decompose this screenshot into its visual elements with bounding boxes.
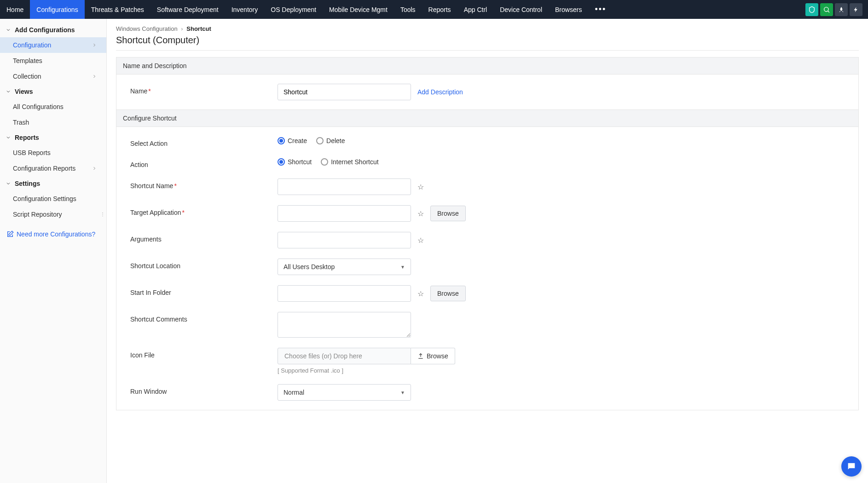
breadcrumb: Windows Configuration › Shortcut bbox=[116, 25, 859, 32]
edit-icon bbox=[6, 230, 14, 238]
sidebar: Add ConfigurationsConfigurationTemplates… bbox=[0, 19, 107, 483]
sidebar-item-script-repository[interactable]: Script Repository bbox=[0, 207, 106, 222]
name-label: Name* bbox=[130, 84, 278, 95]
breadcrumb-current: Shortcut bbox=[186, 25, 211, 32]
browse-startin-button[interactable]: Browse bbox=[430, 286, 466, 301]
sidebar-section-reports[interactable]: Reports bbox=[0, 130, 106, 145]
need-more-label: Need more Configurations? bbox=[17, 230, 95, 238]
nav-home[interactable]: Home bbox=[0, 0, 30, 19]
sidebar-item-usb-reports[interactable]: USB Reports bbox=[0, 145, 106, 161]
main-content: Windows Configuration › Shortcut Shortcu… bbox=[107, 19, 868, 483]
nav-reports[interactable]: Reports bbox=[422, 0, 457, 19]
shortcut-name-label: Shortcut Name* bbox=[130, 178, 278, 190]
rocket-icon[interactable] bbox=[835, 3, 848, 16]
chevron-right-icon: › bbox=[181, 25, 183, 32]
sidebar-item-trash[interactable]: Trash bbox=[0, 115, 106, 130]
comments-textarea[interactable] bbox=[278, 312, 411, 338]
caret-down-icon: ▼ bbox=[400, 390, 405, 395]
panel-header: Configure Shortcut bbox=[116, 110, 858, 127]
chevron-right-icon bbox=[92, 166, 97, 171]
upload-icon bbox=[417, 353, 424, 359]
caret-down-icon: ▼ bbox=[400, 264, 405, 270]
shortcut-location-label: Shortcut Location bbox=[130, 259, 278, 270]
chat-icon bbox=[846, 461, 856, 472]
select-action-label: Select Action bbox=[130, 136, 278, 147]
chevron-down-icon bbox=[6, 135, 11, 140]
radio-internet-shortcut[interactable]: Internet Shortcut bbox=[321, 158, 379, 166]
chevron-down-icon bbox=[6, 27, 11, 33]
nav-threats-patches[interactable]: Threats & Patches bbox=[85, 0, 150, 19]
nav-software-deployment[interactable]: Software Deployment bbox=[150, 0, 225, 19]
radio-icon bbox=[278, 137, 285, 144]
page-title: Shortcut (Computer) bbox=[116, 35, 859, 51]
action-label: Action bbox=[130, 157, 278, 168]
chevron-down-icon bbox=[6, 89, 11, 94]
sidebar-item-collection[interactable]: Collection bbox=[0, 69, 106, 84]
star-icon[interactable]: ☆ bbox=[417, 209, 424, 218]
target-app-label: Target Application* bbox=[130, 205, 278, 216]
nav-configurations[interactable]: Configurations bbox=[30, 0, 84, 19]
comments-label: Shortcut Comments bbox=[130, 312, 278, 323]
start-in-label: Start In Folder bbox=[130, 285, 278, 296]
radio-shortcut[interactable]: Shortcut bbox=[278, 158, 312, 166]
shield-icon[interactable] bbox=[805, 3, 818, 16]
nav-more[interactable]: ••• bbox=[588, 0, 613, 19]
chevron-right-icon bbox=[92, 42, 97, 48]
nav-mobile-device-mgmt[interactable]: Mobile Device Mgmt bbox=[323, 0, 394, 19]
radio-icon bbox=[316, 137, 324, 144]
need-more-link[interactable]: Need more Configurations? bbox=[0, 226, 106, 242]
sidebar-section-add-configurations[interactable]: Add Configurations bbox=[0, 23, 106, 37]
start-in-input[interactable] bbox=[278, 285, 411, 302]
bolt-icon[interactable] bbox=[850, 3, 862, 16]
nav-inventory[interactable]: Inventory bbox=[225, 0, 265, 19]
sidebar-item-configuration-settings[interactable]: Configuration Settings bbox=[0, 191, 106, 207]
icon-file-hint: [ Supported Format .ico ] bbox=[278, 367, 343, 374]
panel-configure-shortcut: Configure Shortcut Select Action Create bbox=[116, 110, 859, 410]
sidebar-item-templates[interactable]: Templates bbox=[0, 53, 106, 69]
icon-file-label: Icon File bbox=[130, 348, 278, 359]
icon-file-browse-button[interactable]: Browse bbox=[411, 348, 455, 364]
arguments-label: Arguments bbox=[130, 232, 278, 243]
sidebar-collapse-handle[interactable]: ⋮⋮ bbox=[103, 208, 107, 219]
star-icon[interactable]: ☆ bbox=[417, 236, 424, 245]
sidebar-item-all-configurations[interactable]: All Configurations bbox=[0, 99, 106, 115]
breadcrumb-parent[interactable]: Windows Configuration bbox=[116, 25, 178, 32]
chevron-right-icon bbox=[92, 74, 97, 79]
nav-os-deployment[interactable]: OS Deployment bbox=[264, 0, 323, 19]
add-description-link[interactable]: Add Description bbox=[417, 88, 463, 96]
sidebar-section-views[interactable]: Views bbox=[0, 84, 106, 99]
star-icon[interactable]: ☆ bbox=[417, 289, 424, 298]
radio-icon bbox=[321, 158, 328, 166]
sidebar-item-configuration[interactable]: Configuration bbox=[0, 37, 106, 53]
nav-tools[interactable]: Tools bbox=[394, 0, 422, 19]
nav-browsers[interactable]: Browsers bbox=[549, 0, 588, 19]
browse-target-button[interactable]: Browse bbox=[430, 206, 466, 221]
shortcut-location-select[interactable]: All Users Desktop ▼ bbox=[278, 259, 411, 275]
nav-app-ctrl[interactable]: App Ctrl bbox=[457, 0, 494, 19]
search-icon[interactable] bbox=[820, 3, 833, 16]
svg-point-0 bbox=[824, 7, 828, 11]
run-window-label: Run Window bbox=[130, 384, 278, 395]
name-input[interactable] bbox=[278, 84, 411, 100]
radio-delete[interactable]: Delete bbox=[316, 137, 345, 144]
nav-device-control[interactable]: Device Control bbox=[493, 0, 549, 19]
radio-create[interactable]: Create bbox=[278, 137, 307, 144]
target-app-input[interactable] bbox=[278, 205, 411, 222]
radio-icon bbox=[278, 158, 285, 166]
arguments-input[interactable] bbox=[278, 232, 411, 248]
shortcut-name-input[interactable] bbox=[278, 178, 411, 195]
panel-name-description: Name and Description Name* Add Descripti… bbox=[116, 57, 859, 110]
run-window-select[interactable]: Normal ▼ bbox=[278, 384, 411, 401]
sidebar-item-configuration-reports[interactable]: Configuration Reports bbox=[0, 161, 106, 176]
panel-header: Name and Description bbox=[116, 58, 858, 75]
svg-line-1 bbox=[828, 11, 829, 12]
chat-fab[interactable] bbox=[841, 456, 862, 477]
chevron-down-icon bbox=[6, 181, 11, 186]
star-icon[interactable]: ☆ bbox=[417, 183, 424, 191]
sidebar-section-settings[interactable]: Settings bbox=[0, 176, 106, 191]
top-nav: HomeConfigurationsThreats & PatchesSoftw… bbox=[0, 0, 868, 19]
icon-file-dropzone[interactable]: Choose files (or) Drop here bbox=[278, 348, 411, 364]
